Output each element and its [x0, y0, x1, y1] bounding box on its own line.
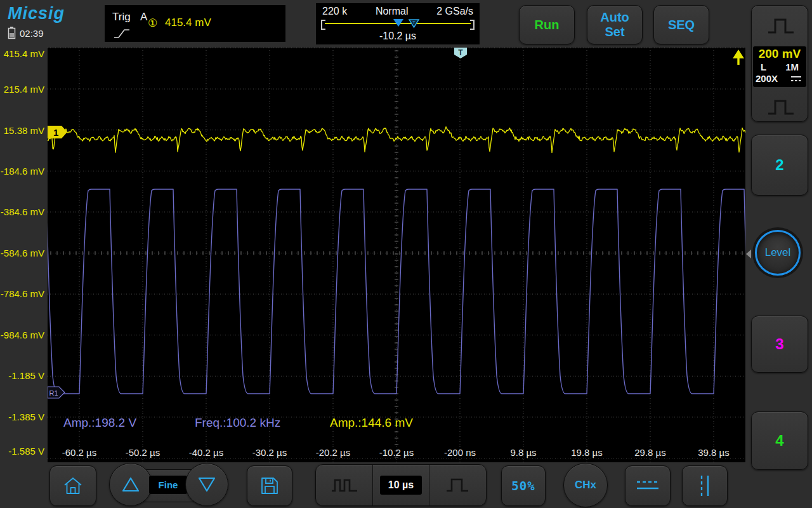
save-icon: [259, 476, 280, 496]
time-label: 29.8 µs: [619, 447, 682, 458]
trigger-status-panel[interactable]: Trig A ① 415.4 mV: [105, 5, 285, 42]
pulse-icon: [767, 15, 795, 37]
time-label: -30.2 µs: [238, 447, 301, 458]
channel2-button[interactable]: 2: [751, 135, 808, 196]
timebase-group: 10 µs: [315, 464, 487, 506]
zoom-in-timebase-button[interactable]: [429, 465, 486, 505]
voltage-label: -784.6 mV: [0, 288, 44, 299]
voltage-label: -1.585 V: [0, 446, 44, 457]
fine-mode-badge[interactable]: Fine: [149, 476, 187, 494]
home-button[interactable]: [49, 465, 96, 506]
voltage-label: -384.6 mV: [0, 206, 44, 217]
battery-icon: [8, 27, 16, 39]
brand-logo: Micsig: [8, 4, 65, 23]
knob-left-arrow-icon: [746, 250, 751, 258]
channel4-button[interactable]: 4: [751, 411, 808, 470]
oscilloscope-screen: Micsig 02:39 Trig A ① 415.4 mV 220 k Nor…: [0, 0, 812, 508]
zoom-out-timebase-button[interactable]: [316, 465, 372, 505]
horizontal-cursor-button[interactable]: [625, 465, 671, 506]
time-label: -200 ns: [428, 447, 492, 458]
voltage-label: -1.185 V: [0, 370, 44, 381]
svg-text:R1: R1: [49, 389, 58, 397]
time-label: -50.2 µs: [111, 447, 174, 458]
timebase-value-badge[interactable]: 10 µs: [380, 476, 422, 495]
down-triangle-icon: [197, 476, 216, 493]
seq-button[interactable]: SEQ: [653, 5, 709, 44]
time-label: -20.2 µs: [301, 447, 365, 458]
run-stop-button[interactable]: Run: [519, 5, 575, 44]
voltage-label: -1.385 V: [0, 411, 44, 422]
adjust-up-button[interactable]: [109, 463, 152, 506]
measurement-ref-amplitude: Amp.:198.2 V: [63, 416, 136, 430]
time-label: -60.2 µs: [48, 447, 111, 458]
horizontal-cursor-icon: [635, 478, 660, 494]
rising-edge-icon: [114, 28, 130, 39]
graticule-grid: [48, 48, 745, 462]
home-icon: [62, 476, 84, 495]
time-label: -40.2 µs: [174, 447, 238, 458]
trigger-50-percent-button[interactable]: 50%: [501, 465, 546, 506]
slider-right-bracket: [470, 20, 475, 30]
time-label: -10.2 µs: [365, 447, 428, 458]
sample-rate: 2 GSa/s: [436, 6, 473, 17]
svg-text:T: T: [412, 20, 416, 25]
up-triangle-icon: [121, 476, 140, 493]
channel1-impedance: 1M: [785, 62, 799, 73]
trigger-source: A: [140, 11, 147, 23]
measurement-ref-frequency: Freq.:100.2 kHz: [195, 416, 280, 430]
reference-position-marker[interactable]: R1: [48, 387, 65, 398]
channel1-scale: 200 mV: [753, 46, 806, 62]
memory-depth: 220 k: [322, 6, 347, 17]
voltage-label: 15.38 mV: [0, 125, 44, 136]
channel-select-button[interactable]: CHx: [563, 463, 608, 507]
voltage-label: 215.4 mV: [0, 84, 44, 95]
clock-text: 02:39: [20, 28, 44, 39]
trigger-time-marker[interactable]: T: [454, 48, 467, 58]
voltage-label: 415.4 mV: [0, 48, 44, 59]
measurement-ch1-amplitude: Amp.:144.6 mV: [330, 416, 413, 430]
horizontal-status-panel[interactable]: 220 k Normal 2 GSa/s T -10.2 µs: [316, 3, 480, 44]
voltage-label: -984.6 mV: [0, 330, 44, 340]
channel1-info-box[interactable]: 200 mV L 1M 200X: [753, 46, 806, 87]
level-knob[interactable]: Level: [755, 230, 801, 276]
waveform-display[interactable]: 1 R1 T Amp.:198.2 V Freq.:100.2 kHz Amp.…: [48, 48, 745, 462]
vertical-cursor-icon: [695, 474, 714, 498]
autoset-button[interactable]: Auto Set: [587, 5, 643, 44]
channel-sidebar: 200 mV L 1M 200X 2: [745, 0, 812, 508]
trigger-position-marker[interactable]: T: [409, 19, 420, 29]
vertical-cursor-button[interactable]: [682, 465, 728, 506]
slider-left-bracket: [321, 20, 325, 30]
trigger-level-arrow-icon[interactable]: [733, 50, 744, 65]
time-label: 9.8 µs: [492, 447, 555, 458]
trigger-label: Trig: [112, 11, 131, 23]
channel3-button[interactable]: 3: [751, 316, 808, 373]
pulse-icon: [767, 96, 795, 119]
channel1-bandwidth: L: [761, 62, 766, 73]
voltage-label: -184.6 mV: [0, 166, 44, 177]
channel1-attenuation: 200X: [756, 73, 778, 84]
channel1-button[interactable]: 200 mV L 1M 200X: [751, 5, 808, 122]
acquire-mode: Normal: [376, 6, 409, 17]
time-label: 39.8 µs: [682, 447, 745, 458]
time-label: 19.8 µs: [555, 447, 619, 458]
svg-text:T: T: [458, 48, 463, 57]
svg-text:1: 1: [53, 127, 58, 138]
voltage-label: -584.6 mV: [0, 248, 44, 258]
trigger-level-value: 415.4 mV: [165, 17, 211, 29]
horizontal-position-slider[interactable]: T: [321, 18, 475, 29]
trigger-delay-value: -10.2 µs: [316, 30, 480, 42]
window-position-marker[interactable]: [393, 19, 403, 27]
adjust-down-button[interactable]: [185, 463, 228, 506]
save-button[interactable]: [247, 465, 292, 506]
dc-coupling-icon: [790, 75, 802, 83]
status-time: 02:39: [8, 27, 44, 39]
pulse-icon: [445, 476, 470, 495]
trigger-channel-badge: ①: [148, 17, 157, 30]
pulse-train-icon: [331, 476, 358, 495]
channel1-position-marker[interactable]: 1: [48, 126, 67, 138]
